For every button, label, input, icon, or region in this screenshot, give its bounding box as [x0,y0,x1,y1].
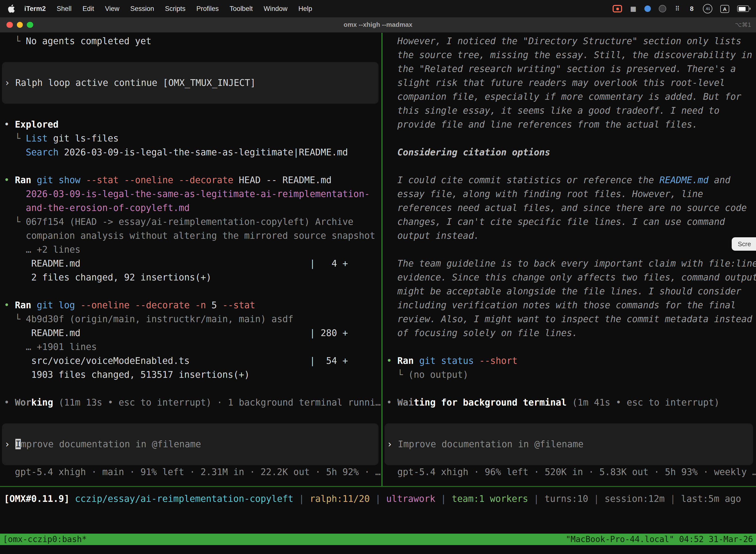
text-segment: this single essay, it seems like a good … [386,105,719,116]
terminal-line: 1903 files changed, 513517 insertions(+) [0,368,381,382]
terminal-line [0,104,381,118]
text-segment: However, I noticed the "Directory Struct… [386,36,741,46]
terminal-line: changes, I can't cite specific file line… [382,215,756,229]
menu-item-iterm2[interactable]: iTerm2 [19,5,51,12]
terminal-line: README.md | 280 + [0,326,381,340]
terminal-line: review. Also, I might want to inspect th… [382,312,756,326]
menu-bar: iTerm2ShellEditViewSessionScriptsProfile… [0,0,756,17]
text-segment: › [4,439,15,449]
menu-item-session[interactable]: Session [125,5,160,12]
text-segment: • [4,397,15,407]
text-segment: … +1901 lines [4,341,97,352]
text-segment: --oneline --decorate -n [80,300,206,310]
left-terminal-pane[interactable]: └ No agents completed yet› Ralph loop ac… [0,33,381,486]
prompt-input[interactable]: › Improve documentation in @filename [2,424,378,465]
text-segment: • [4,300,15,310]
terminal-line: the source tree, missing the essay. Stil… [382,48,756,62]
text-segment: ting for background terminal [414,397,567,407]
text-segment: slight risk that future readers may over… [386,77,725,88]
terminal-line: └ (no output) [382,368,756,382]
window-grid-icon[interactable]: ▦ [630,4,636,13]
terminal-line: Search 2026-03-09-is-legal-the-same-as-l… [0,146,381,159]
menu-item-scripts[interactable]: Scripts [160,5,191,12]
apple-menu-icon[interactable] [0,4,19,13]
blue-app-icon[interactable] [644,5,651,12]
menu-item-window[interactable]: Window [258,5,293,12]
text-segment: 2026-03-09-is-legal-the-same-as-legitima… [26,189,370,199]
terminal-line: • Ran git status --short [382,354,756,368]
text-segment: └ [386,369,408,380]
text-segment: 1 background terminal runni… [228,397,381,407]
terminal-line: • Waiting for background terminal (1m 41… [382,396,756,409]
text-segment: Search [26,147,59,157]
terminal-line: • Working (11m 13s • esc to interrupt) ·… [0,396,381,409]
terminal-line: evidence. Since this change only affects… [382,271,756,284]
menu-status-icons: ▦⠿8.61A [613,4,756,13]
battery-icon[interactable] [737,5,749,12]
text-segment: and [709,175,731,185]
text-segment: No agents completed yet [26,36,151,46]
text-segment: --short [479,355,517,366]
text-segment: git status [419,355,474,366]
menu-item-profiles[interactable]: Profiles [191,5,224,12]
battery-gauge-icon[interactable]: .61 [703,4,712,13]
menu-item-view[interactable]: View [100,5,125,12]
text-segment: • [4,175,15,185]
text-segment: src/voice/voiceModeEnabled.ts | 54 + [4,355,348,366]
text-segment: [OMX#0.11.9] [4,493,75,504]
text-segment: └ [4,314,26,324]
model-status-line: gpt-5.4 xhigh · 96% left · 520K in · 5.8… [382,465,756,479]
text-segment: git show [37,175,80,185]
menu-item-help[interactable]: Help [293,5,318,12]
terminal-line: 2026-03-09-is-legal-the-same-as-legitima… [0,187,381,201]
menu-item-edit[interactable]: Edit [77,5,100,12]
text-segment: | [528,493,545,504]
window-title: omx --xhigh --madmax [0,17,756,32]
terminal-line [0,284,381,298]
text-segment: git ls-files [48,133,119,144]
text-segment: mprove documentation in @filename [21,439,201,449]
screen-share-chip[interactable]: Scre [732,237,756,251]
number-badge-icon[interactable]: 8 [689,4,695,13]
text-segment: 4b9d30f (origin/main, instructkr/main, m… [26,314,294,324]
text-segment: team:1 workers [452,493,528,504]
text-segment [31,300,37,310]
omx-status-line: [OMX#0.11.9] cczip/essay/ai-reimplementa… [4,492,741,506]
text-segment: HEAD -- README.md [233,175,332,185]
dots-grid-icon[interactable]: ⠿ [674,4,681,13]
terminal-line [382,382,756,396]
prompt-input[interactable]: › Improve documentation in @filename [384,424,753,465]
right-terminal-pane[interactable]: However, I noticed the "Directory Struct… [382,33,756,486]
text-segment: › [4,77,15,88]
input-source-icon[interactable]: A [720,5,729,13]
text-segment: gpt-5.4 xhigh · 96% left · 520K in · 5.8… [386,466,756,477]
text-segment: turns:10 [545,493,588,504]
box-line: › Improve documentation in @filename [2,437,201,451]
menu-item-shell[interactable]: Shell [51,5,77,12]
terminal-line: slight risk that future readers may over… [382,76,756,90]
terminal-line: this single essay, it seems like a good … [382,104,756,118]
terminal-line: Considering citation options [382,146,756,159]
title-bar[interactable]: omx --xhigh --madmax ⌥⌘1 [0,17,756,33]
terminal-line [0,409,381,424]
menu-item-toolbelt[interactable]: Toolbelt [224,5,258,12]
text-segment: | [435,493,452,504]
terminal-line: essay file, along with finding root file… [382,187,756,201]
text-segment: companion analysis without altering the … [4,230,375,241]
text-segment: • [386,397,397,407]
text-segment: including verification notes with those … [386,300,736,310]
terminal-line: might be acceptable alongside the file l… [382,284,756,298]
terminal-line: of focusing solely on file lines. [382,326,756,340]
terminal-line: provide file and line references from th… [382,118,756,131]
terminal-line [382,409,756,424]
dark-app-icon[interactable] [659,5,666,12]
text-segment [53,397,59,407]
terminal-line: 2 files changed, 92 insertions(+) [0,271,381,284]
terminal-line: references need actual files, and since … [382,201,756,215]
terminal-line: … +2 lines [0,243,381,257]
screen-recording-indicator-icon[interactable] [613,5,622,12]
text-segment [474,355,479,366]
text-segment: └ [4,133,26,144]
terminal-line: src/voice/voiceModeEnabled.ts | 54 + [0,354,381,368]
text-segment: 1903 files changed, 513517 insertions(+) [4,369,250,380]
